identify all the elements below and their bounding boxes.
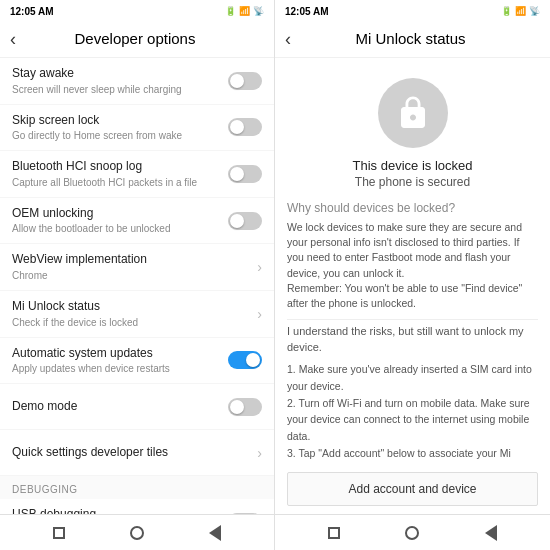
status-bar-right: 12:05 AM 🔋 📶 📡 (275, 0, 550, 20)
setting-title-oem-unlocking: OEM unlocking (12, 206, 220, 222)
toggle-bluetooth-hci[interactable] (228, 165, 262, 183)
right-header: ‹ Mi Unlock status (275, 20, 550, 58)
status-icons-left: 🔋 📶 📡 (225, 6, 264, 16)
toggle-stay-awake[interactable] (228, 72, 262, 90)
phone-secured-subtitle: The phone is secured (275, 175, 550, 197)
right-header-title: Mi Unlock status (301, 30, 520, 47)
triangle-icon-left (209, 525, 221, 541)
battery-icon: 🔋 (225, 6, 236, 16)
setting-mi-unlock[interactable]: Mi Unlock status Check if the device is … (0, 291, 274, 338)
battery-icon-right: 🔋 (501, 6, 512, 16)
setting-sub-stay-awake: Screen will never sleep while charging (12, 83, 220, 96)
unlock-content: Why should devices be locked? We lock de… (275, 197, 550, 464)
setting-usb-debugging[interactable]: USB debugging Debug mode when USB is con… (0, 499, 274, 514)
bottom-nav-left (0, 514, 274, 550)
chevron-webview: › (257, 259, 262, 275)
nav-square-left[interactable] (50, 524, 68, 542)
why-title: Why should devices be locked? (287, 201, 538, 215)
nav-back-right[interactable] (482, 524, 500, 542)
lock-icon (395, 95, 431, 131)
back-button-left[interactable]: ‹ (10, 30, 16, 48)
setting-title-skip-screen-lock: Skip screen lock (12, 113, 220, 129)
setting-title-auto-updates: Automatic system updates (12, 346, 220, 362)
setting-title-stay-awake: Stay awake (12, 66, 220, 82)
setting-sub-skip-screen-lock: Go directly to Home screen from wake (12, 129, 220, 142)
nav-back-left[interactable] (206, 524, 224, 542)
toggle-auto-updates[interactable] (228, 351, 262, 369)
circle-icon-left (130, 526, 144, 540)
lock-icon-container (275, 58, 550, 158)
lock-circle (378, 78, 448, 148)
signal-icon: 📡 (253, 6, 264, 16)
toggle-demo-mode[interactable] (228, 398, 262, 416)
toggle-usb-debugging[interactable] (228, 513, 262, 514)
square-icon-right (328, 527, 340, 539)
toggle-oem-unlocking[interactable] (228, 212, 262, 230)
wifi-icon-right: 📶 (515, 6, 526, 16)
back-button-right[interactable]: ‹ (285, 30, 291, 48)
time-left: 12:05 AM (10, 6, 54, 17)
setting-stay-awake[interactable]: Stay awake Screen will never sleep while… (0, 58, 274, 105)
setting-webview[interactable]: WebView implementation Chrome › (0, 244, 274, 291)
nav-circle-right[interactable] (403, 524, 421, 542)
settings-list: Stay awake Screen will never sleep while… (0, 58, 274, 514)
chevron-mi-unlock: › (257, 306, 262, 322)
setting-sub-oem-unlocking: Allow the bootloader to be unlocked (12, 222, 220, 235)
device-locked-title: This device is locked (275, 158, 550, 175)
bottom-nav-right (275, 514, 550, 550)
nav-square-right[interactable] (325, 524, 343, 542)
setting-title-demo-mode: Demo mode (12, 399, 220, 415)
section-debugging: DEBUGGING (0, 476, 274, 499)
setting-title-webview: WebView implementation (12, 252, 249, 268)
setting-demo-mode[interactable]: Demo mode (0, 384, 274, 430)
divider-1 (287, 319, 538, 320)
time-right: 12:05 AM (285, 6, 329, 17)
understand-text: I understand the risks, but still want t… (287, 324, 538, 355)
setting-sub-auto-updates: Apply updates when device restarts (12, 362, 220, 375)
toggle-skip-screen-lock[interactable] (228, 118, 262, 136)
setting-oem-unlocking[interactable]: OEM unlocking Allow the bootloader to be… (0, 198, 274, 245)
triangle-icon-right (485, 525, 497, 541)
setting-skip-screen-lock[interactable]: Skip screen lock Go directly to Home scr… (0, 105, 274, 152)
setting-auto-updates[interactable]: Automatic system updates Apply updates w… (0, 338, 274, 385)
setting-sub-webview: Chrome (12, 269, 249, 282)
left-panel: 12:05 AM 🔋 📶 📡 ‹ Developer options Stay … (0, 0, 275, 550)
square-icon-left (53, 527, 65, 539)
setting-title-quick-tiles: Quick settings developer tiles (12, 445, 249, 461)
steps-text: 1. Make sure you've already inserted a S… (287, 361, 538, 464)
status-icons-right: 🔋 📶 📡 (501, 6, 540, 16)
status-bar-left: 12:05 AM 🔋 📶 📡 (0, 0, 274, 20)
setting-quick-tiles[interactable]: Quick settings developer tiles › (0, 430, 274, 476)
signal-icon-right: 📡 (529, 6, 540, 16)
add-account-button[interactable]: Add account and device (287, 472, 538, 506)
nav-circle-left[interactable] (128, 524, 146, 542)
chevron-quick-tiles: › (257, 445, 262, 461)
right-panel: 12:05 AM 🔋 📶 📡 ‹ Mi Unlock status This d… (275, 0, 550, 550)
wifi-icon: 📶 (239, 6, 250, 16)
setting-sub-mi-unlock: Check if the device is locked (12, 316, 249, 329)
setting-title-bluetooth-hci: Bluetooth HCI snoop log (12, 159, 220, 175)
setting-title-mi-unlock: Mi Unlock status (12, 299, 249, 315)
left-header: ‹ Developer options (0, 20, 274, 58)
why-text: We lock devices to make sure they are se… (287, 220, 538, 311)
left-header-title: Developer options (26, 30, 244, 47)
circle-icon-right (405, 526, 419, 540)
setting-bluetooth-hci[interactable]: Bluetooth HCI snoop log Capture all Blue… (0, 151, 274, 198)
setting-title-usb-debugging: USB debugging (12, 507, 220, 514)
setting-sub-bluetooth-hci: Capture all Bluetooth HCI packets in a f… (12, 176, 220, 189)
